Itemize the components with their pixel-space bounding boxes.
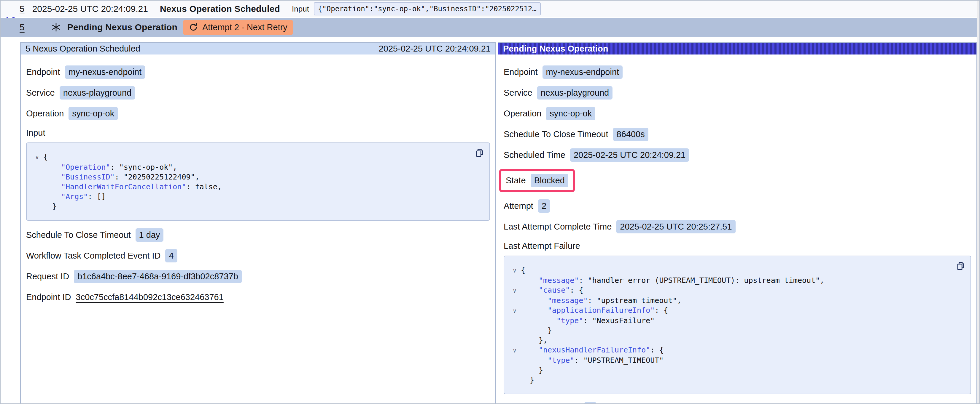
retry-badge: Attempt 2 · Next Retry	[183, 20, 293, 35]
code-label: Last Attempt Failure	[504, 241, 971, 251]
copy-icon[interactable]	[473, 147, 486, 159]
panel-body-pending: Endpointmy-nexus-endpointServicenexus-pl…	[498, 54, 977, 404]
code-line: ∨"cause": {	[508, 285, 950, 296]
json-key: "type"	[557, 316, 583, 325]
copy-icon[interactable]	[955, 260, 967, 272]
field-label-attempt: Attempt	[504, 201, 533, 211]
panel-header-pending: Pending Nexus Operation	[498, 43, 977, 54]
field-label-endpoint: Endpoint	[504, 67, 538, 77]
json-key: "HandlerWaitForCancellation"	[61, 182, 186, 191]
pending-asterisk-icon	[51, 22, 61, 33]
panel-header-scheduled: 5 Nexus Operation Scheduled 2025-02-25 U…	[21, 43, 495, 54]
field-label-service: Service	[504, 88, 532, 98]
json-key: "message"	[547, 296, 588, 305]
json-text: : "20250225122409",	[115, 173, 200, 181]
field-label-endpoint: Endpoint	[26, 67, 60, 77]
json-text: : {	[570, 286, 583, 295]
panel-nexus-operation-scheduled: 5 Nexus Operation Scheduled 2025-02-25 U…	[20, 42, 496, 404]
json-text: }	[539, 366, 543, 374]
code-line: "Operation": "sync-op-ok",	[31, 162, 469, 172]
pending-id-link[interactable]: 5	[19, 22, 25, 32]
code-line: }	[508, 365, 950, 375]
code-text: "Args": []	[43, 192, 106, 201]
event-id-link[interactable]: 5	[19, 4, 25, 14]
field-value-chip: Blocked	[531, 174, 568, 187]
code-text: "BusinessID": "20250225122409",	[43, 172, 200, 182]
vertical-scrollbar[interactable]	[977, 1, 979, 403]
json-text: : false,	[186, 182, 221, 191]
collapse-chevron-icon[interactable]: ∨	[508, 345, 521, 355]
field-row-operation: Operationsync-op-ok	[504, 107, 971, 120]
field-value-chip: sync-op-ok	[546, 107, 595, 120]
code-text: }	[521, 375, 534, 385]
pending-title: Pending Nexus Operation	[67, 22, 177, 32]
event-row-pending[interactable]: 5 Pending Nexus Operation Attempt 2 · Ne…	[1, 18, 977, 37]
code-line: "type": "UPSTREAM_TIMEOUT"	[508, 355, 950, 365]
field-row-operation: Operationsync-op-ok	[26, 107, 490, 120]
panel-title: Pending Nexus Operation	[503, 44, 608, 54]
event-time: 2025-02-25 UTC 20:24:09.21	[32, 4, 148, 14]
field-row-schedule-to-close-timeout: Schedule To Close Timeout1 day	[26, 228, 490, 242]
field-value-chip: nexus-playground	[60, 86, 135, 100]
json-key: "message"	[539, 276, 579, 285]
field-label-request-id: Request ID	[26, 272, 69, 281]
field-value-chip: 2	[538, 199, 550, 213]
code-line: "message": "upstream timeout",	[508, 296, 950, 305]
code-text: "type": "UPSTREAM_TIMEOUT"	[521, 355, 663, 365]
json-text: : "upstream timeout",	[588, 296, 681, 305]
code-text: {	[521, 265, 525, 275]
input-preview-chip[interactable]: {"Operation":"sync-op-ok","BusinessID":"…	[314, 2, 541, 16]
field-value-link[interactable]: 3c0c75ccfa8144b092c13ce632463761	[76, 292, 224, 302]
code-label: Input	[26, 128, 490, 138]
code-text: "message": "upstream timeout",	[521, 296, 682, 305]
code-text: }	[521, 365, 543, 375]
collapse-chevron-icon[interactable]: ∨	[508, 306, 521, 316]
json-text: }	[52, 202, 57, 211]
json-text: {	[521, 266, 525, 274]
field-value-chip: my-nexus-endpoint	[65, 65, 145, 79]
field-label-schedule-to-close-timeout: Schedule To Close Timeout	[26, 230, 131, 240]
code-line: "HandlerWaitForCancellation": false,	[31, 182, 469, 192]
json-key: "applicationFailureInfo"	[547, 306, 655, 315]
json-text: : {	[655, 306, 668, 315]
code-text: }	[521, 325, 552, 335]
field-label-scheduled-time: Scheduled Time	[504, 150, 565, 160]
field-label-schedule-to-close-timeout: Schedule To Close Timeout	[504, 130, 608, 139]
code-section-last-attempt-failure: Last Attempt Failure∨{"message": "handle…	[504, 241, 971, 394]
code-line: ∨{	[31, 152, 469, 162]
code-line: }	[31, 201, 469, 211]
code-text: "applicationFailureInfo": {	[521, 305, 668, 315]
json-text: : []	[88, 192, 106, 201]
field-row-last-attempt-complete-time: Last Attempt Complete Time2025-02-25 UTC…	[504, 220, 971, 233]
json-text: }	[547, 326, 552, 335]
panel-title: 5 Nexus Operation Scheduled	[25, 44, 140, 54]
json-text: : "sync-op-ok",	[110, 163, 177, 171]
annotation-highlight: StateBlocked	[499, 169, 575, 192]
code-text: {	[43, 152, 48, 162]
json-text: },	[539, 336, 547, 344]
code-line: "Args": []	[31, 192, 469, 201]
json-key: "Args"	[61, 192, 88, 201]
code-text: "type": "NexusFailure"	[521, 316, 655, 325]
json-key: "BusinessID"	[61, 173, 115, 181]
event-row-scheduled[interactable]: 5 2025-02-25 UTC 20:24:09.21 Nexus Opera…	[1, 1, 977, 17]
json-text: }	[530, 375, 534, 384]
collapse-chevron-icon[interactable]: ∨	[508, 266, 521, 276]
collapse-chevron-icon[interactable]: ∨	[31, 152, 43, 162]
field-row-endpoint-id: Endpoint ID3c0c75ccfa8144b092c13ce632463…	[26, 291, 490, 304]
json-text: : "handler error (UPSTREAM_TIMEOUT): ups…	[579, 276, 824, 285]
code-line: }	[508, 375, 950, 385]
field-row-scheduled-event-id: Scheduled Event ID5	[504, 402, 971, 404]
code-line: "type": "NexusFailure"	[508, 316, 950, 325]
retry-badge-label: Attempt 2 · Next Retry	[202, 22, 287, 32]
code-line: ∨{	[508, 265, 950, 276]
collapse-chevron-icon[interactable]: ∨	[508, 286, 521, 296]
code-text: "HandlerWaitForCancellation": false,	[43, 182, 222, 192]
field-value-chip: 4	[165, 249, 177, 262]
field-value-chip: sync-op-ok	[68, 107, 118, 120]
field-label-operation: Operation	[504, 109, 541, 119]
field-value-chip: b1c6a4bc-8ee7-468a-9169-df3b02c8737b	[74, 270, 242, 283]
field-label-endpoint-id: Endpoint ID	[26, 292, 71, 302]
field-label-workflow-task-completed-event-id: Workflow Task Completed Event ID	[26, 251, 161, 261]
field-label-last-attempt-complete-time: Last Attempt Complete Time	[504, 222, 612, 231]
